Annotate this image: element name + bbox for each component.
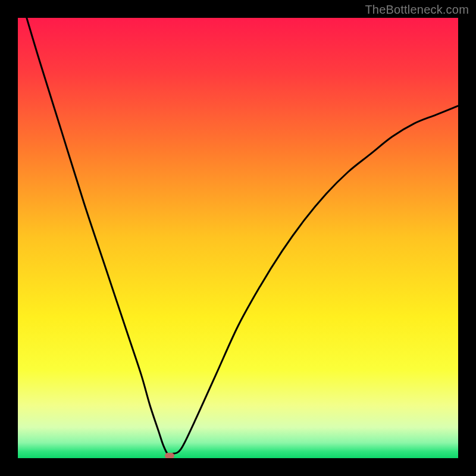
bottleneck-curve	[18, 18, 458, 458]
plot-area	[18, 18, 458, 458]
chart-frame: TheBottleneck.com	[0, 0, 476, 476]
optimal-point-marker	[165, 453, 174, 458]
watermark-text: TheBottleneck.com	[365, 3, 469, 17]
